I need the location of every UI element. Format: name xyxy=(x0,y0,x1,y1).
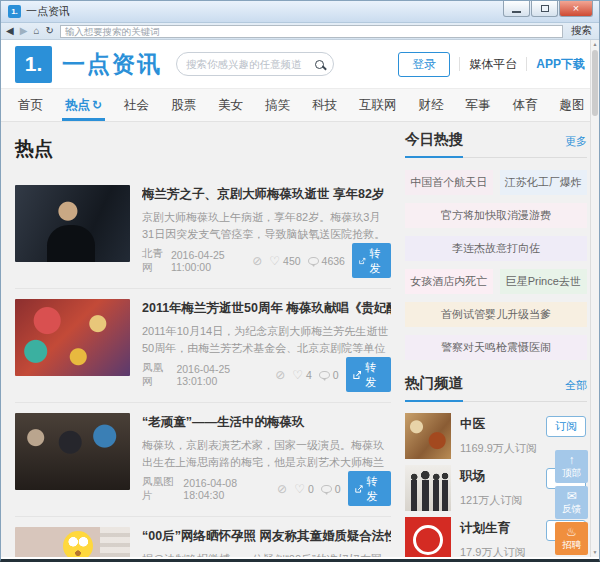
comment-icon xyxy=(308,257,319,265)
article-body: “老顽童”——生活中的梅葆玖 梅葆玖，京剧表演艺术家，国家一级演员。梅葆玖出生在… xyxy=(142,413,391,506)
nav-tab-beauty[interactable]: 美女 xyxy=(207,89,254,121)
feedback-button[interactable]: ✉ 反馈 xyxy=(555,486,588,519)
dislike-button[interactable]: ⊘ xyxy=(277,483,287,495)
comment-button[interactable]: 0 xyxy=(321,483,341,495)
article-title[interactable]: 梅兰芳之子、京剧大师梅葆玖逝世 享年82岁 xyxy=(142,186,391,203)
browser-search-button[interactable]: 搜索 xyxy=(569,24,594,38)
channel-name[interactable]: 计划生育 xyxy=(460,520,525,537)
nav-tab-finance[interactable]: 财经 xyxy=(408,89,455,121)
home-icon[interactable]: ⌂ xyxy=(33,26,39,36)
site-logo[interactable]: 1. xyxy=(15,46,52,83)
article-thumbnail[interactable] xyxy=(15,185,130,262)
hot-tag[interactable]: 警察对天鸣枪震慑医闹 xyxy=(405,335,587,360)
scrollbar-thumb[interactable] xyxy=(592,50,598,116)
hot-tag[interactable]: 女孩酒店内死亡 xyxy=(405,269,493,294)
share-icon xyxy=(353,370,362,380)
media-platform-link[interactable]: 媒体平台 xyxy=(469,56,517,73)
hot-tag[interactable]: 李连杰故意打向佐 xyxy=(405,236,587,261)
article-time: 2016-04-25 11:00:00 xyxy=(171,249,238,273)
article-meta: 凤凰图片 2016-04-08 18:04:30 ⊘ ♡0 0 转发 xyxy=(142,471,391,506)
subscribe-button[interactable]: 订阅 xyxy=(546,416,586,437)
comment-icon xyxy=(319,371,330,379)
channel-nav: 首页 热点 ↻ 社会 股票 美女 搞笑 科技 互联网 财经 军事 体育 趣图 + xyxy=(1,88,599,122)
nav-tab-society[interactable]: 社会 xyxy=(113,89,160,121)
nav-tab-funny[interactable]: 搞笑 xyxy=(254,89,301,121)
search-icon[interactable] xyxy=(315,60,324,69)
jobs-button[interactable]: ♨ 招聘 xyxy=(555,522,588,555)
article-body: “00后”网络晒怀孕照 网友称其童婚质疑合法性 据@法制晚报微博，一位疑似“00… xyxy=(142,527,391,557)
like-button[interactable]: ♡4 xyxy=(292,369,312,381)
channel-name[interactable]: 职场 xyxy=(460,468,522,485)
nav-tab-internet[interactable]: 互联网 xyxy=(348,89,408,121)
article-title[interactable]: “00后”网络晒怀孕照 网友称其童婚质疑合法性 xyxy=(142,528,391,545)
page: 1. 一点资讯 登录 媒体平台 APP下载 首页 热点 ↻ 社会 股票 xyxy=(1,40,599,557)
article-thumbnail[interactable] xyxy=(15,413,130,490)
close-icon: × xyxy=(573,3,579,14)
browser-tab[interactable]: 1. 一点资讯 xyxy=(6,2,80,21)
dislike-button[interactable]: ⊘ xyxy=(252,255,262,267)
article-summary: 据@法制晚报微博，一位疑似“00后”的准妈妈在网络上晒出怀孕照，并自曝出生于20… xyxy=(142,551,391,557)
hot-tag[interactable]: 官方将加快取消漫游费 xyxy=(405,203,587,228)
nav-tab-home[interactable]: 首页 xyxy=(7,89,54,121)
nav-tab-fun-pics[interactable]: 趣图 xyxy=(549,89,596,121)
close-button[interactable]: × xyxy=(559,1,593,17)
hot-tag[interactable]: 巨星Prince去世 xyxy=(500,269,588,294)
forward-icon[interactable]: ▶ xyxy=(20,26,28,36)
like-count: 450 xyxy=(283,255,301,267)
brand-name[interactable]: 一点资讯 xyxy=(62,49,162,80)
nav-tab-military[interactable]: 军事 xyxy=(455,89,502,121)
restore-button[interactable] xyxy=(531,1,558,17)
refresh-icon[interactable]: ↻ xyxy=(45,26,53,36)
nav-tab-hot[interactable]: 热点 ↻ xyxy=(54,89,113,121)
app-download-link[interactable]: APP下载 xyxy=(536,56,585,73)
nav-tab-stocks[interactable]: 股票 xyxy=(160,89,207,121)
article-column: 热点 梅兰芳之子、京剧大师梅葆玖逝世 享年82岁 京剧大师梅葆玖上午病逝，享年8… xyxy=(15,130,391,557)
nav-tab-sports[interactable]: 体育 xyxy=(502,89,549,121)
page-scrollbar[interactable]: ▲ ▼ xyxy=(590,40,599,557)
address-bar-input[interactable] xyxy=(60,25,563,38)
scroll-down-icon[interactable]: ▼ xyxy=(591,548,599,557)
hot-channels-all-link[interactable]: 全部 xyxy=(565,378,587,401)
share-button[interactable]: 转发 xyxy=(352,243,391,278)
article-row[interactable]: 梅兰芳之子、京剧大师梅葆玖逝世 享年82岁 京剧大师梅葆玖上午病逝，享年82岁。… xyxy=(15,175,391,289)
share-button[interactable]: 转发 xyxy=(348,471,391,506)
flame-icon: ♨ xyxy=(566,526,577,538)
channel-image xyxy=(405,517,451,557)
hot-tag[interactable]: 中国首个航天日 xyxy=(405,170,493,195)
article-summary: 梅葆玖，京剧表演艺术家，国家一级演员。梅葆玖出生在上海思南路的梅宅，他是京剧艺术… xyxy=(142,437,391,471)
hot-search-more-link[interactable]: 更多 xyxy=(565,134,587,157)
comment-count: 0 xyxy=(333,369,339,381)
hot-channels-title: 热门频道 xyxy=(405,374,463,402)
back-icon[interactable]: ◀ xyxy=(6,26,14,36)
login-button[interactable]: 登录 xyxy=(398,52,450,77)
article-title[interactable]: 2011年梅兰芳逝世50周年 梅葆玖献唱《贵妃醉酒》 xyxy=(142,300,391,317)
dislike-button[interactable]: ⊘ xyxy=(275,369,285,381)
channel-name[interactable]: 中医 xyxy=(460,416,537,433)
hot-tag[interactable]: 首例试管婴儿升级当爹 xyxy=(405,302,587,327)
article-thumbnail[interactable] xyxy=(15,299,130,376)
channel-search-input[interactable] xyxy=(186,58,315,70)
back-to-top-button[interactable]: ↑ 顶部 xyxy=(555,450,588,483)
article-body: 2011年梅兰芳逝世50周年 梅葆玖献唱《贵妃醉酒》 2011年10月14日，为… xyxy=(142,299,391,392)
article-row[interactable]: “老顽童”——生活中的梅葆玖 梅葆玖，京剧表演艺术家，国家一级演员。梅葆玖出生在… xyxy=(15,403,391,517)
window-controls: × xyxy=(502,1,599,17)
ban-icon: ⊘ xyxy=(252,255,262,267)
tab-refresh-icon[interactable]: ↻ xyxy=(92,98,102,112)
article-title[interactable]: “老顽童”——生活中的梅葆玖 xyxy=(142,414,391,431)
scroll-up-icon[interactable]: ▲ xyxy=(591,40,599,49)
browser-toolbar: ◀ ▶ ⌂ ↻ 搜索 xyxy=(1,23,599,40)
article-row[interactable]: 2011年梅兰芳逝世50周年 梅葆玖献唱《贵妃醉酒》 2011年10月14日，为… xyxy=(15,289,391,403)
article-summary: 京剧大师梅葆玖上午病逝，享年82岁。梅葆玖3月31日因突发支气管痉挛，导致脑缺氧… xyxy=(142,209,391,243)
article-thumbnail[interactable] xyxy=(15,527,130,557)
hot-search-header: 今日热搜 更多 xyxy=(405,130,587,158)
minimize-button[interactable] xyxy=(503,1,530,17)
hot-tag[interactable]: 江苏化工厂爆炸 xyxy=(500,170,588,195)
nav-tab-tech[interactable]: 科技 xyxy=(301,89,348,121)
article-row[interactable]: “00后”网络晒怀孕照 网友称其童婚质疑合法性 据@法制晚报微博，一位疑似“00… xyxy=(15,517,391,557)
share-button[interactable]: 转发 xyxy=(346,357,391,392)
comment-button[interactable]: 4636 xyxy=(308,255,345,267)
comment-button[interactable]: 0 xyxy=(319,369,339,381)
like-button[interactable]: ♡450 xyxy=(269,255,300,267)
content: 热点 梅兰芳之子、京剧大师梅葆玖逝世 享年82岁 京剧大师梅葆玖上午病逝，享年8… xyxy=(1,122,599,557)
like-button[interactable]: ♡0 xyxy=(294,483,314,495)
